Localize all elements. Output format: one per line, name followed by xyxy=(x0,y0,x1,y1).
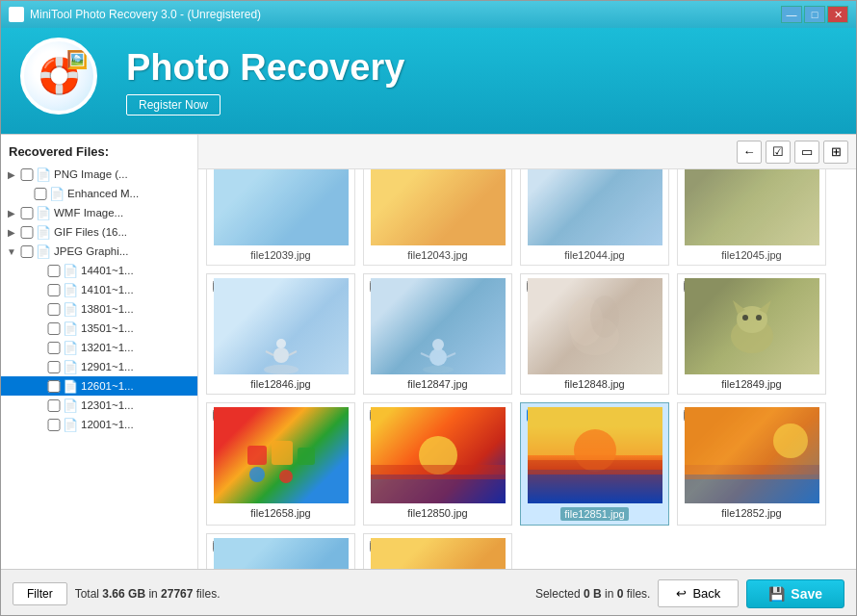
cb-14101[interactable] xyxy=(47,284,61,296)
thumb-12848[interactable]: ! file12848.jpg xyxy=(520,273,669,395)
icon-13801: 📄 xyxy=(63,301,78,317)
close-button[interactable]: ✕ xyxy=(827,6,848,23)
label-12301: 12301~1... xyxy=(81,399,134,411)
thumb-12852[interactable]: ! file12852.jpg xyxy=(677,402,826,526)
svg-point-2 xyxy=(276,339,286,348)
svg-point-5 xyxy=(423,366,454,373)
thumb-12044[interactable]: file12044.jpg xyxy=(520,169,669,266)
thumb-12039[interactable]: file12039.jpg xyxy=(206,169,355,266)
thumb-12846[interactable]: ! file12846.jpg xyxy=(206,273,355,395)
label-13201: 13201~1... xyxy=(81,342,134,353)
cb-13501[interactable] xyxy=(47,322,61,335)
label-12601: 12601~1... xyxy=(81,380,134,392)
svg-rect-26 xyxy=(371,465,506,479)
label-12901: 12901~1... xyxy=(81,361,134,372)
toggle-gif: ▶ xyxy=(5,227,18,238)
cb-12301[interactable] xyxy=(47,399,61,412)
status-bar: Filter Total 3.66 GB in 27767 files. Sel… xyxy=(1,569,856,616)
cb-png[interactable] xyxy=(20,168,34,181)
icon-12601: 📄 xyxy=(63,378,78,394)
sidebar-item-12301[interactable]: 📄 12301~1... xyxy=(1,396,197,415)
thumb-img-12045 xyxy=(685,169,819,245)
sidebar-item-jpeg[interactable]: ▼ 📄 JPEG Graphi... xyxy=(1,242,197,261)
sidebar-item-13201[interactable]: 📄 13201~1... xyxy=(1,338,197,357)
grid-area: ← ☑ ▭ ⊞ file12039.jpg file12043.jpg file… xyxy=(198,135,856,569)
cb-14401[interactable] xyxy=(47,265,61,277)
thumb-12043[interactable]: file12043.jpg xyxy=(363,169,512,266)
thumb-img-12846 xyxy=(214,278,349,374)
save-button[interactable]: 💾 Save xyxy=(746,579,844,608)
cb-13201[interactable] xyxy=(47,342,61,354)
thumb-partial-2[interactable]: ! xyxy=(363,533,512,569)
thumb-12849[interactable]: ! file12849.jpg xyxy=(677,273,826,395)
thumb-label-12043: file12043.jpg xyxy=(407,249,467,261)
sidebar-item-14401[interactable]: 📄 14401~1... xyxy=(1,261,197,280)
minimize-button[interactable]: — xyxy=(781,6,802,23)
thumb-img-12849 xyxy=(685,278,819,374)
register-button[interactable]: Register Now xyxy=(126,94,221,116)
thumb-12658[interactable]: ! file12658.jpg xyxy=(206,402,355,526)
sidebar-item-12001[interactable]: 📄 12001~1... xyxy=(1,415,197,434)
cb-12601[interactable] xyxy=(47,380,61,393)
single-view-button[interactable]: ▭ xyxy=(794,141,819,164)
svg-point-12 xyxy=(590,295,619,338)
save-disk-icon: 💾 xyxy=(768,586,785,602)
grid-view-button[interactable]: ⊞ xyxy=(823,141,848,164)
grid-scroll[interactable]: file12039.jpg file12043.jpg file12044.jp… xyxy=(198,169,856,569)
cb-gif[interactable] xyxy=(20,226,34,239)
svg-rect-19 xyxy=(247,446,267,465)
icon-14101: 📄 xyxy=(63,282,78,297)
sidebar-item-12601[interactable]: 📄 12601~1... xyxy=(1,376,197,396)
icon-jpeg: 📄 xyxy=(36,244,51,259)
sidebar-item-13801[interactable]: 📄 13801~1... xyxy=(1,299,197,319)
svg-rect-20 xyxy=(272,441,293,465)
selected-files: 0 xyxy=(617,587,624,601)
back-nav-button[interactable]: ← xyxy=(737,141,762,164)
sidebar-item-png[interactable]: ▶ 📄 PNG Image (... xyxy=(1,165,197,184)
cb-12001[interactable] xyxy=(47,419,61,431)
thumb-img-12847 xyxy=(371,278,506,374)
svg-point-1 xyxy=(273,347,289,363)
cb-12901[interactable] xyxy=(47,361,61,373)
icon-12001: 📄 xyxy=(63,417,78,432)
sidebar-item-wmf[interactable]: ▶ 📄 WMF Image... xyxy=(1,203,197,222)
svg-line-9 xyxy=(447,353,455,357)
sidebar-item-13501[interactable]: 📄 13501~1... xyxy=(1,319,197,338)
thumb-img-partial-1 xyxy=(214,538,349,569)
thumb-12847[interactable]: ! file12847.jpg xyxy=(363,273,512,395)
back-button[interactable]: ↩ Back xyxy=(658,579,739,607)
icon-12901: 📄 xyxy=(63,359,78,374)
cb-jpeg[interactable] xyxy=(20,245,34,258)
maximize-button[interactable]: □ xyxy=(804,6,825,23)
sidebar-item-12901[interactable]: 📄 12901~1... xyxy=(1,357,197,376)
thumb-partial-1[interactable]: ! xyxy=(206,533,355,569)
thumb-img-12850 xyxy=(371,407,506,503)
app-title: Photo Recovery xyxy=(126,47,404,89)
cb-enhanced[interactable] xyxy=(34,188,47,200)
cb-wmf[interactable] xyxy=(20,207,34,219)
grid-toolbar: ← ☑ ▭ ⊞ xyxy=(198,135,856,169)
filter-button[interactable]: Filter xyxy=(13,582,67,605)
thumb-img-12851 xyxy=(528,407,662,503)
thumb-img-partial-2 xyxy=(371,538,506,569)
label-13501: 13501~1... xyxy=(81,322,134,334)
cb-13801[interactable] xyxy=(47,303,61,316)
thumb-12850[interactable]: ! file12850.jpg xyxy=(363,402,512,526)
thumb-img-12658 xyxy=(214,407,349,503)
icon-13501: 📄 xyxy=(63,321,78,336)
thumb-12045[interactable]: file12045.jpg xyxy=(677,169,826,266)
svg-point-0 xyxy=(264,365,299,374)
svg-point-32 xyxy=(773,424,808,458)
thumb-label-12849: file12849.jpg xyxy=(721,378,781,390)
svg-rect-29 xyxy=(528,470,662,503)
select-all-button[interactable]: ☑ xyxy=(766,141,791,164)
label-gif: GIF Files (16... xyxy=(54,226,127,238)
thumb-12851[interactable]: ! file12851.jpg xyxy=(520,402,669,526)
sidebar-item-enhanced[interactable]: 📄 Enhanced M... xyxy=(1,184,197,203)
sidebar-item-gif[interactable]: ▶ 📄 GIF Files (16... xyxy=(1,222,197,242)
label-12001: 12001~1... xyxy=(81,419,134,430)
status-text: Total 3.66 GB in 27767 files. xyxy=(75,587,221,601)
status-left: Filter Total 3.66 GB in 27767 files. xyxy=(13,582,220,605)
label-14101: 14101~1... xyxy=(81,284,134,295)
sidebar-item-14101[interactable]: 📄 14101~1... xyxy=(1,280,197,299)
